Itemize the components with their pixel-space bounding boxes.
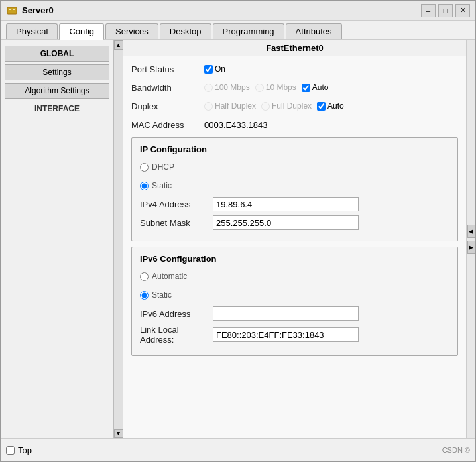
duplex-full-option[interactable]: Full Duplex: [261, 101, 312, 111]
link-local-label: Link Local Address:: [140, 325, 213, 345]
tab-config[interactable]: Config: [59, 23, 104, 40]
bandwidth-10-option[interactable]: 10 Mbps: [255, 83, 296, 92]
subnet-label: Subnet Mask: [140, 218, 213, 228]
panel-title: FastEthernet0: [123, 40, 466, 56]
auto-row: Automatic: [140, 269, 449, 284]
top-checkbox[interactable]: [6, 446, 15, 455]
static-row: Static: [140, 178, 449, 193]
bandwidth-100-option[interactable]: 100 Mbps: [204, 83, 250, 92]
settings-button[interactable]: Settings: [5, 64, 109, 80]
static6-label: Static: [152, 290, 172, 300]
left-panel-wrapper: GLOBAL Settings Algorithm Settings INTER…: [1, 40, 123, 438]
content-area: GLOBAL Settings Algorithm Settings INTER…: [1, 40, 475, 438]
edge-btn-top[interactable]: ◀: [467, 225, 475, 238]
ipv6-config-box: IPv6 Configuration Automatic Static: [131, 247, 458, 356]
bandwidth-label: Bandwidth: [131, 83, 204, 93]
tab-services[interactable]: Services: [105, 23, 158, 39]
svg-rect-3: [9, 11, 15, 11]
dhcp-radio[interactable]: [140, 163, 149, 172]
ipv6-row: IPv6 Address: [140, 306, 449, 321]
bandwidth-row: Bandwidth 100 Mbps 10 Mbps Auto: [131, 80, 458, 95]
right-edge: ◀ ▶: [466, 40, 475, 438]
svg-rect-2: [13, 9, 15, 10]
duplex-controls: Half Duplex Full Duplex Auto: [204, 101, 344, 111]
duplex-full-label: Full Duplex: [272, 101, 312, 111]
bandwidth-10-label: 10 Mbps: [266, 83, 296, 92]
ipv6-label: IPv6 Address: [140, 309, 213, 319]
tab-bar: Physical Config Services Desktop Program…: [1, 21, 475, 40]
port-status-on-checkbox[interactable]: On: [204, 64, 225, 74]
left-scrollbar[interactable]: ▲ ▼: [113, 40, 123, 438]
dhcp-label: DHCP: [152, 162, 174, 172]
ipv6-config-title: IPv6 Configuration: [140, 254, 449, 264]
static-radio[interactable]: [140, 182, 149, 190]
auto-option[interactable]: Automatic: [140, 272, 187, 281]
port-status-checkbox-input[interactable]: [204, 65, 213, 74]
right-panel: FastEthernet0 Port Status On Bandwidth: [123, 40, 466, 438]
ipv6-input[interactable]: [213, 306, 359, 321]
duplex-half-radio[interactable]: [204, 102, 213, 111]
bandwidth-auto-option[interactable]: Auto: [302, 83, 329, 92]
tab-programming[interactable]: Programming: [213, 23, 284, 39]
port-status-controls: On: [204, 64, 225, 74]
auto-label: Automatic: [152, 272, 187, 281]
main-window: Server0 – □ ✕ Physical Config Services D…: [0, 0, 476, 462]
top-checkbox-label[interactable]: Top: [6, 445, 32, 455]
left-panel: GLOBAL Settings Algorithm Settings INTER…: [1, 40, 123, 438]
static6-option[interactable]: Static: [140, 290, 172, 300]
title-bar: Server0 – □ ✕: [1, 1, 475, 21]
static-option[interactable]: Static: [140, 181, 172, 190]
mac-address-row: MAC Address 0003.E433.1843: [131, 117, 458, 132]
duplex-auto-checkbox[interactable]: [317, 102, 326, 111]
ipv4-label: IPv4 Address: [140, 200, 213, 209]
edge-btn-bottom[interactable]: ▶: [467, 241, 475, 254]
bandwidth-10-radio[interactable]: [255, 84, 264, 92]
tab-physical[interactable]: Physical: [6, 23, 58, 39]
minimize-button[interactable]: –: [421, 4, 436, 17]
app-icon: [6, 5, 18, 17]
duplex-auto-option[interactable]: Auto: [317, 101, 344, 111]
bottom-bar: Top CSDN ©: [1, 438, 475, 461]
top-label: Top: [18, 445, 32, 455]
scroll-down-button[interactable]: ▼: [114, 429, 123, 438]
bandwidth-100-label: 100 Mbps: [215, 83, 250, 92]
global-button[interactable]: GLOBAL: [5, 46, 109, 62]
tab-desktop[interactable]: Desktop: [160, 23, 211, 39]
interface-label: INTERFACE: [5, 101, 109, 116]
close-button[interactable]: ✕: [455, 4, 470, 17]
port-status-row: Port Status On: [131, 62, 458, 76]
bandwidth-controls: 100 Mbps 10 Mbps Auto: [204, 83, 328, 92]
duplex-half-label: Half Duplex: [215, 101, 256, 111]
subnet-input[interactable]: [213, 215, 359, 230]
scroll-up-button[interactable]: ▲: [114, 40, 123, 50]
watermark: CSDN ©: [442, 446, 470, 454]
bandwidth-100-radio[interactable]: [204, 84, 213, 92]
mac-address-label: MAC Address: [131, 120, 204, 130]
ip-config-box: IP Configuration DHCP Static: [131, 137, 458, 241]
bottom-left: Top: [6, 445, 32, 455]
subnet-row: Subnet Mask: [140, 215, 449, 230]
bandwidth-auto-checkbox[interactable]: [302, 84, 310, 92]
maximize-button[interactable]: □: [438, 4, 453, 17]
dhcp-row: DHCP: [140, 160, 449, 174]
static6-radio[interactable]: [140, 291, 149, 300]
duplex-row: Duplex Half Duplex Full Duplex Auto: [131, 99, 458, 113]
static-label: Static: [152, 181, 172, 190]
ipv4-input[interactable]: [213, 197, 359, 211]
duplex-label: Duplex: [131, 101, 204, 111]
duplex-auto-label: Auto: [327, 101, 344, 111]
tab-attributes[interactable]: Attributes: [286, 23, 342, 39]
link-local-input[interactable]: [213, 327, 359, 342]
port-status-label: Port Status: [131, 64, 204, 74]
algorithm-settings-button[interactable]: Algorithm Settings: [5, 83, 109, 99]
left-panel-content: GLOBAL Settings Algorithm Settings INTER…: [1, 40, 113, 438]
duplex-half-option[interactable]: Half Duplex: [204, 101, 256, 111]
svg-rect-1: [9, 9, 11, 10]
ip-config-title: IP Configuration: [140, 144, 449, 154]
static6-row: Static: [140, 288, 449, 302]
duplex-full-radio[interactable]: [261, 102, 270, 111]
mac-address-value: 0003.E433.1843: [204, 120, 267, 130]
dhcp-option[interactable]: DHCP: [140, 162, 174, 172]
auto-radio[interactable]: [140, 272, 149, 281]
form-area: Port Status On Bandwidth 100 Mbp: [123, 56, 466, 438]
